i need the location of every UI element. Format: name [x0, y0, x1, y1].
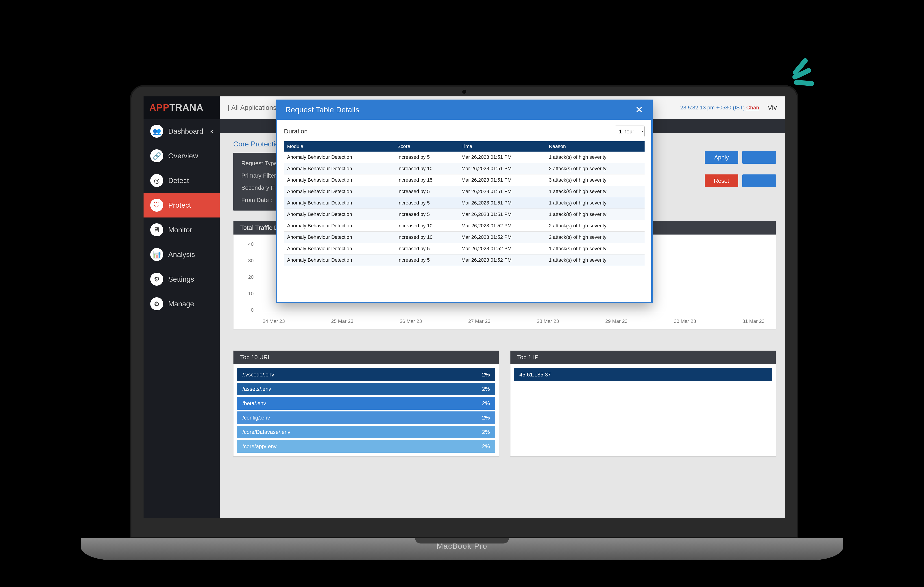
cell-time: Mar 26,2023 01:51 PM [459, 175, 546, 186]
col-score[interactable]: Score [394, 141, 459, 152]
modal-body: Duration 1 hour Module Score Time Reason [277, 120, 651, 302]
col-time[interactable]: Time [459, 141, 546, 152]
modal-overlay: Request Table Details ✕ Duration 1 hour … [144, 96, 785, 518]
cell-module: Anomaly Behaviour Detection [284, 254, 394, 266]
cell-reason: 1 attack(s) of high severity [546, 243, 645, 254]
cell-reason: 2 attack(s) of high severity [546, 220, 645, 232]
app-screen: APPTRANA 👥Dashboard«🔗Overview◎Detect🛡Pro… [144, 96, 785, 518]
cell-score: Increased by 5 [394, 209, 459, 220]
cell-reason: 1 attack(s) of high severity [546, 197, 645, 209]
table-row[interactable]: Anomaly Behaviour DetectionIncreased by … [284, 152, 645, 163]
cell-module: Anomaly Behaviour Detection [284, 175, 394, 186]
cell-reason: 2 attack(s) of high severity [546, 232, 645, 243]
cell-time: Mar 26,2023 01:52 PM [459, 243, 546, 254]
cell-reason: 2 attack(s) of high severity [546, 163, 645, 175]
request-table-body: Anomaly Behaviour DetectionIncreased by … [284, 152, 645, 266]
cell-score: Increased by 5 [394, 243, 459, 254]
cell-module: Anomaly Behaviour Detection [284, 197, 394, 209]
cell-score: Increased by 10 [394, 220, 459, 232]
table-row[interactable]: Anomaly Behaviour DetectionIncreased by … [284, 197, 645, 209]
cell-score: Increased by 10 [394, 232, 459, 243]
cell-time: Mar 26,2023 01:51 PM [459, 197, 546, 209]
modal-title: Request Table Details [285, 106, 359, 114]
cell-reason: 1 attack(s) of high severity [546, 254, 645, 266]
laptop-base: MacBook Pro [81, 538, 843, 560]
col-module[interactable]: Module [284, 141, 394, 152]
cell-score: Increased by 5 [394, 254, 459, 266]
cell-module: Anomaly Behaviour Detection [284, 209, 394, 220]
cell-score: Increased by 5 [394, 197, 459, 209]
cell-score: Increased by 5 [394, 186, 459, 197]
modal-header: Request Table Details ✕ [277, 99, 651, 120]
cell-module: Anomaly Behaviour Detection [284, 243, 394, 254]
request-table: Module Score Time Reason Anomaly Behavio… [284, 141, 645, 266]
table-row[interactable]: Anomaly Behaviour DetectionIncreased by … [284, 232, 645, 243]
col-reason[interactable]: Reason [546, 141, 645, 152]
accent-lines [792, 58, 812, 89]
cell-module: Anomaly Behaviour Detection [284, 186, 394, 197]
cell-module: Anomaly Behaviour Detection [284, 163, 394, 175]
cell-module: Anomaly Behaviour Detection [284, 152, 394, 163]
table-row[interactable]: Anomaly Behaviour DetectionIncreased by … [284, 186, 645, 197]
cell-time: Mar 26,2023 01:51 PM [459, 209, 546, 220]
cell-reason: 1 attack(s) of high severity [546, 186, 645, 197]
cell-module: Anomaly Behaviour Detection [284, 220, 394, 232]
cell-reason: 1 attack(s) of high severity [546, 152, 645, 163]
cell-time: Mar 26,2023 01:51 PM [459, 186, 546, 197]
table-row[interactable]: Anomaly Behaviour DetectionIncreased by … [284, 254, 645, 266]
duration-select[interactable]: 1 hour [615, 125, 645, 137]
cell-score: Increased by 10 [394, 163, 459, 175]
cell-score: Increased by 5 [394, 152, 459, 163]
duration-label: Duration [284, 128, 308, 135]
table-row[interactable]: Anomaly Behaviour DetectionIncreased by … [284, 175, 645, 186]
laptop-brand-label: MacBook Pro [81, 538, 843, 551]
laptop-frame: APPTRANA 👥Dashboard«🔗Overview◎Detect🛡Pro… [130, 85, 799, 538]
duration-row: Duration 1 hour [284, 125, 645, 137]
cell-time: Mar 26,2023 01:52 PM [459, 220, 546, 232]
table-row[interactable]: Anomaly Behaviour DetectionIncreased by … [284, 163, 645, 175]
cell-reason: 3 attack(s) of high severity [546, 175, 645, 186]
table-row[interactable]: Anomaly Behaviour DetectionIncreased by … [284, 220, 645, 232]
cell-time: Mar 26,2023 01:51 PM [459, 163, 546, 175]
table-row[interactable]: Anomaly Behaviour DetectionIncreased by … [284, 243, 645, 254]
close-icon[interactable]: ✕ [635, 104, 643, 115]
cell-score: Increased by 15 [394, 175, 459, 186]
cell-time: Mar 26,2023 01:51 PM [459, 152, 546, 163]
request-table-modal: Request Table Details ✕ Duration 1 hour … [276, 99, 653, 303]
cell-time: Mar 26,2023 01:52 PM [459, 232, 546, 243]
cell-time: Mar 26,2023 01:52 PM [459, 254, 546, 266]
table-row[interactable]: Anomaly Behaviour DetectionIncreased by … [284, 209, 645, 220]
request-table-head: Module Score Time Reason [284, 141, 645, 152]
cell-module: Anomaly Behaviour Detection [284, 232, 394, 243]
cell-reason: 1 attack(s) of high severity [546, 209, 645, 220]
